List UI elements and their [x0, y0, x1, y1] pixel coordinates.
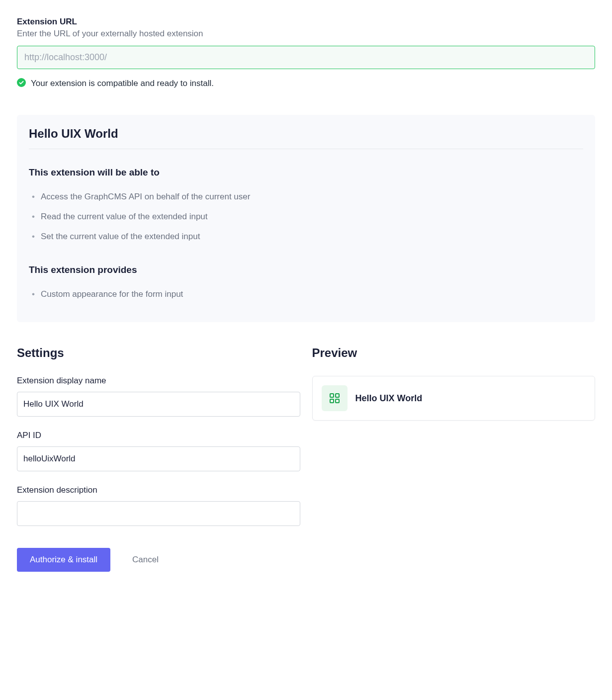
- authorize-install-button[interactable]: Authorize & install: [17, 548, 110, 572]
- extension-info-panel: Hello UIX World This extension will be a…: [17, 115, 595, 322]
- svg-rect-3: [330, 399, 334, 403]
- preview-card: Hello UIX World: [312, 376, 596, 421]
- svg-rect-4: [336, 399, 339, 403]
- status-row: Your extension is compatible and ready t…: [17, 78, 595, 89]
- api-id-input[interactable]: [17, 446, 300, 471]
- description-input[interactable]: [17, 501, 300, 526]
- display-name-input[interactable]: [17, 392, 300, 417]
- description-label: Extension description: [17, 485, 300, 495]
- extension-url-label: Extension URL: [17, 17, 595, 27]
- settings-preview-row: Settings Extension display name API ID E…: [17, 346, 595, 572]
- check-circle-icon: [17, 78, 26, 89]
- preview-column: Preview Hello UIX World: [312, 346, 596, 572]
- extension-url-input[interactable]: [17, 46, 595, 69]
- api-id-label: API ID: [17, 431, 300, 440]
- svg-rect-1: [330, 394, 334, 397]
- permissions-heading: This extension will be able to: [29, 167, 583, 178]
- grid-icon: [322, 385, 348, 411]
- svg-rect-2: [336, 394, 339, 397]
- provides-heading: This extension provides: [29, 264, 583, 275]
- settings-column: Settings Extension display name API ID E…: [17, 346, 300, 572]
- status-text: Your extension is compatible and ready t…: [31, 79, 214, 88]
- permissions-list: Access the GraphCMS API on behalf of the…: [29, 187, 583, 247]
- button-row: Authorize & install Cancel: [17, 548, 300, 572]
- description-field: Extension description: [17, 485, 300, 526]
- svg-point-0: [17, 78, 26, 87]
- preview-heading: Preview: [312, 346, 596, 360]
- list-item: Set the current value of the extended in…: [29, 227, 583, 247]
- preview-name: Hello UIX World: [355, 393, 423, 404]
- extension-title: Hello UIX World: [29, 127, 583, 149]
- provides-list: Custom appearance for the form input: [29, 284, 583, 304]
- list-item: Access the GraphCMS API on behalf of the…: [29, 187, 583, 207]
- settings-heading: Settings: [17, 346, 300, 360]
- list-item: Read the current value of the extended i…: [29, 207, 583, 227]
- display-name-label: Extension display name: [17, 376, 300, 386]
- api-id-field: API ID: [17, 431, 300, 471]
- extension-url-section: Extension URL Enter the URL of your exte…: [17, 17, 595, 89]
- extension-url-sublabel: Enter the URL of your externally hosted …: [17, 29, 595, 39]
- display-name-field: Extension display name: [17, 376, 300, 417]
- cancel-button[interactable]: Cancel: [126, 548, 165, 572]
- list-item: Custom appearance for the form input: [29, 284, 583, 304]
